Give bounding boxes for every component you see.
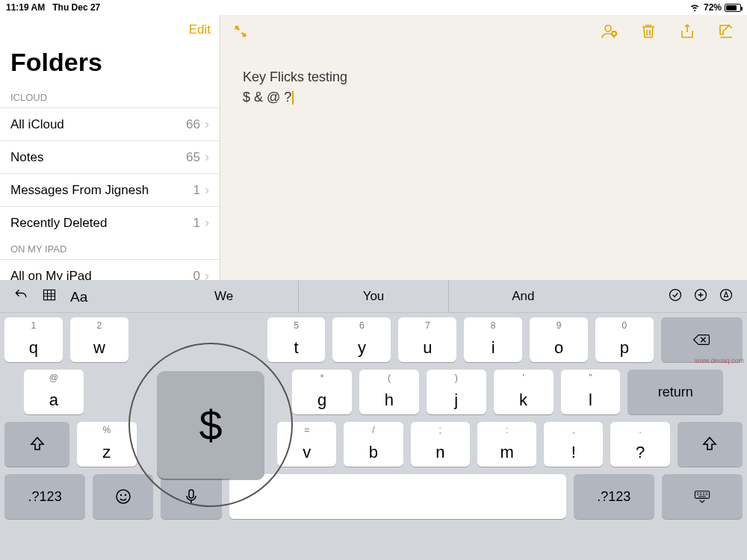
folder-label: All iCloud xyxy=(10,117,186,132)
status-bar: 11:19 AM Thu Dec 27 72% xyxy=(0,0,747,15)
check-circle-icon[interactable] xyxy=(668,287,683,305)
key-q[interactable]: 1q xyxy=(4,317,63,362)
chevron-right-icon: › xyxy=(205,215,209,231)
folder-count: 65 xyxy=(186,150,200,165)
shift-key[interactable] xyxy=(678,422,743,467)
key-j[interactable]: )j xyxy=(427,370,486,414)
section-icloud-label: ICLOUD xyxy=(0,87,220,108)
numeric-mode-key[interactable]: .?123 xyxy=(4,474,85,519)
collaborate-icon[interactable] xyxy=(601,22,619,43)
key-k[interactable]: 'k xyxy=(494,370,554,414)
svg-point-6 xyxy=(117,490,130,503)
edit-button[interactable]: Edit xyxy=(189,22,211,37)
suggestion-button[interactable]: You xyxy=(298,280,447,312)
key-l[interactable]: "l xyxy=(561,370,621,414)
markup-circle-icon[interactable] xyxy=(719,287,734,305)
onscreen-keyboard: Aa We You And 1q 2w 5t 6y 7u 8i 9o 0p xyxy=(0,280,747,560)
plus-circle-icon[interactable] xyxy=(693,287,708,305)
note-line: Key Flicks testing xyxy=(243,67,725,87)
suggestion-button[interactable]: And xyxy=(448,280,598,312)
folder-row-recently-deleted[interactable]: Recently Deleted 1 › xyxy=(0,206,220,239)
dismiss-keyboard-key[interactable] xyxy=(662,474,743,519)
key-m[interactable]: :m xyxy=(477,422,536,467)
folder-label: Recently Deleted xyxy=(10,216,193,231)
key-period[interactable]: .? xyxy=(610,422,669,467)
battery-icon xyxy=(725,4,741,12)
expand-icon[interactable] xyxy=(232,29,249,42)
status-time: 11:19 AM xyxy=(6,2,45,13)
backspace-key[interactable] xyxy=(661,317,743,362)
folder-row-all-icloud[interactable]: All iCloud 66 › xyxy=(0,108,220,140)
key-b[interactable]: /b xyxy=(344,422,403,467)
folder-label: Messages From Jignesh xyxy=(10,183,193,198)
key-z[interactable]: %z xyxy=(77,422,136,467)
svg-rect-9 xyxy=(189,490,193,498)
key-h[interactable]: (h xyxy=(359,370,419,414)
key-t[interactable]: 5t xyxy=(267,317,326,362)
svg-point-3 xyxy=(670,289,681,300)
folder-count: 1 xyxy=(193,183,200,198)
return-key[interactable]: return xyxy=(627,370,723,414)
folder-count: 1 xyxy=(193,216,200,231)
folder-row-notes[interactable]: Notes 65 › xyxy=(0,140,220,173)
folders-sidebar: Edit Folders ICLOUD All iCloud 66 › Note… xyxy=(0,15,220,280)
watermark: www.deuaq.com xyxy=(695,357,744,364)
page-title: Folders xyxy=(0,42,220,87)
note-line: $ & @ ? xyxy=(243,90,291,105)
status-date: Thu Dec 27 xyxy=(52,2,100,13)
folder-row-messages[interactable]: Messages From Jignesh 1 › xyxy=(0,173,220,206)
space-key[interactable] xyxy=(229,474,566,519)
folder-count: 66 xyxy=(186,117,200,132)
dictation-key[interactable] xyxy=(161,474,221,519)
key-i[interactable]: 8i xyxy=(464,317,522,362)
text-cursor xyxy=(292,91,294,105)
trash-icon[interactable] xyxy=(639,22,657,43)
chevron-right-icon: › xyxy=(205,149,209,165)
svg-point-0 xyxy=(605,25,611,31)
chevron-right-icon: › xyxy=(205,116,209,132)
compose-icon[interactable] xyxy=(717,22,735,43)
chevron-right-icon: › xyxy=(205,182,209,198)
shift-key[interactable] xyxy=(4,422,69,467)
svg-rect-2 xyxy=(44,290,55,299)
key-g[interactable]: *g xyxy=(292,370,352,414)
undo-icon[interactable] xyxy=(13,287,28,305)
battery-percent: 72% xyxy=(704,2,722,13)
section-ipad-label: ON MY IPAD xyxy=(0,239,220,259)
svg-point-7 xyxy=(120,494,122,496)
key-y[interactable]: 6y xyxy=(332,317,391,362)
folder-label: Notes xyxy=(10,150,186,165)
note-toolbar xyxy=(220,15,747,45)
wifi-icon xyxy=(689,2,701,13)
format-button[interactable]: Aa xyxy=(70,289,87,304)
key-u[interactable]: 7u xyxy=(398,317,456,362)
svg-point-8 xyxy=(125,494,126,496)
note-editor[interactable]: Key Flicks testing $ & @ ? xyxy=(220,15,747,280)
key-v[interactable]: =v xyxy=(277,422,336,467)
key-a[interactable]: @a xyxy=(24,370,84,414)
share-icon[interactable] xyxy=(678,22,696,43)
key-w[interactable]: 2w xyxy=(70,317,128,362)
key-o[interactable]: 9o xyxy=(530,317,588,362)
emoji-key[interactable] xyxy=(93,474,153,519)
table-icon[interactable] xyxy=(42,287,57,305)
key-p[interactable]: 0p xyxy=(595,317,654,362)
key-comma[interactable]: ,! xyxy=(544,422,603,467)
key-n[interactable]: ;n xyxy=(411,422,470,467)
suggestion-button[interactable]: We xyxy=(149,280,298,312)
numeric-mode-key[interactable]: .?123 xyxy=(574,474,654,519)
